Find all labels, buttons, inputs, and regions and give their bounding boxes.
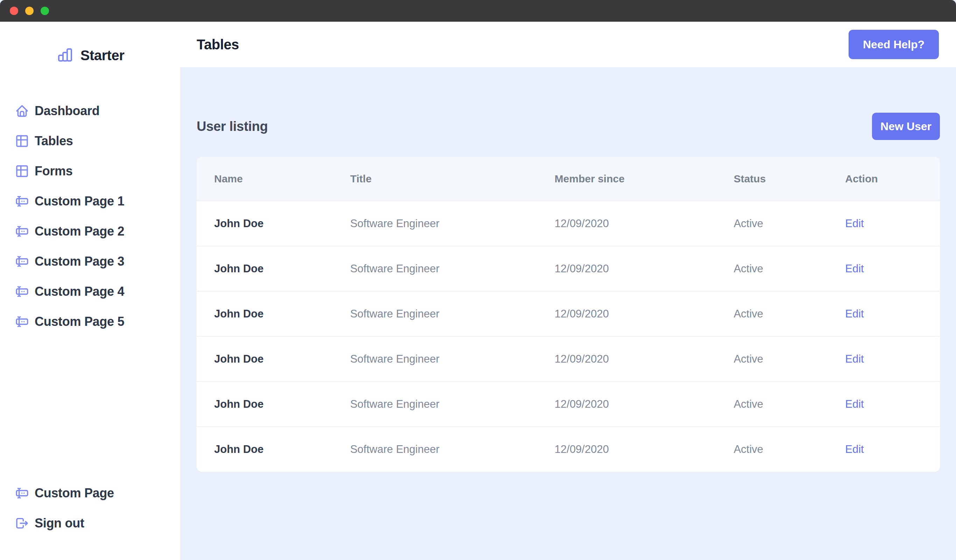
cell-title: Software Engineer <box>333 427 537 472</box>
sidebar-footer-nav: Custom Page Sign out <box>0 478 180 538</box>
column-header-title: Title <box>333 157 537 201</box>
sidebar-item-custom-page-2[interactable]: Custom Page 2 <box>0 216 180 246</box>
textbox-icon <box>15 486 29 500</box>
cell-action: Edit <box>827 201 940 246</box>
edit-link[interactable]: Edit <box>845 217 863 230</box>
cell-status: Active <box>716 246 828 291</box>
home-icon <box>15 104 29 118</box>
sidebar-item-label: Custom Page 5 <box>35 314 124 329</box>
sidebar-item-custom-page-5[interactable]: Custom Page 5 <box>0 307 180 337</box>
window-titlebar <box>0 0 956 22</box>
sidebar-item-label: Custom Page 1 <box>35 194 124 209</box>
sidebar-item-custom-page-1[interactable]: Custom Page 1 <box>0 186 180 216</box>
app-logo: Starter <box>0 47 180 64</box>
sidebar-item-label: Custom Page 3 <box>35 254 124 269</box>
column-header-status: Status <box>716 157 828 201</box>
sidebar-item-custom-page-3[interactable]: Custom Page 3 <box>0 246 180 277</box>
sidebar-item-tables[interactable]: Tables <box>0 126 180 156</box>
table-header-row: NameTitleMember sinceStatusAction <box>197 157 940 201</box>
app-name: Starter <box>80 47 124 63</box>
cell-title: Software Engineer <box>333 246 537 291</box>
cell-title: Software Engineer <box>333 291 537 337</box>
sidebar-item-dashboard[interactable]: Dashboard <box>0 96 180 126</box>
content-area: User listing New User NameTitleMember si… <box>180 67 956 560</box>
section-title: User listing <box>197 119 268 134</box>
top-header: Tables Need Help? <box>180 22 956 67</box>
edit-link[interactable]: Edit <box>845 398 863 410</box>
table-icon <box>15 164 29 178</box>
cell-name: John Doe <box>197 427 333 472</box>
cell-status: Active <box>716 427 828 472</box>
sidebar-item-sign-out[interactable]: Sign out <box>0 508 180 538</box>
edit-link[interactable]: Edit <box>845 443 863 455</box>
minimize-window-button[interactable] <box>25 7 34 15</box>
textbox-icon <box>15 285 29 299</box>
sidebar-item-label: Forms <box>35 164 73 178</box>
cell-member-since: 12/09/2020 <box>537 291 716 337</box>
main-area: Tables Need Help? User listing New User <box>180 22 956 560</box>
sidebar-item-label: Custom Page 4 <box>35 284 124 299</box>
user-table-card: NameTitleMember sinceStatusAction John D… <box>197 157 940 472</box>
cell-action: Edit <box>827 337 940 382</box>
app-shell: Starter Dashboard Tables Forms <box>0 22 956 560</box>
sidebar-item-label: Custom Page 2 <box>35 224 124 239</box>
cell-action: Edit <box>827 427 940 472</box>
edit-link[interactable]: Edit <box>845 308 863 320</box>
table-row: John Doe Software Engineer 12/09/2020 Ac… <box>197 427 940 472</box>
sidebar-item-label: Tables <box>35 134 73 148</box>
table-row: John Doe Software Engineer 12/09/2020 Ac… <box>197 246 940 291</box>
cell-member-since: 12/09/2020 <box>537 337 716 382</box>
cell-member-since: 12/09/2020 <box>537 382 716 427</box>
sidebar-item-label: Custom Page <box>35 486 114 500</box>
column-header-name: Name <box>197 157 333 201</box>
page-title: Tables <box>197 37 239 52</box>
textbox-icon <box>15 255 29 269</box>
textbox-icon <box>15 194 29 208</box>
cell-title: Software Engineer <box>333 201 537 246</box>
bar-chart-icon <box>56 47 74 64</box>
cell-name: John Doe <box>197 337 333 382</box>
sidebar: Starter Dashboard Tables Forms <box>0 22 180 560</box>
edit-link[interactable]: Edit <box>845 353 863 365</box>
sidebar-item-custom-page[interactable]: Custom Page <box>0 478 180 508</box>
textbox-icon <box>15 224 29 238</box>
cell-name: John Doe <box>197 382 333 427</box>
cell-status: Active <box>716 337 828 382</box>
cell-status: Active <box>716 201 828 246</box>
new-user-button[interactable]: New User <box>872 113 940 140</box>
edit-link[interactable]: Edit <box>845 263 863 275</box>
zoom-window-button[interactable] <box>41 7 49 15</box>
table-row: John Doe Software Engineer 12/09/2020 Ac… <box>197 382 940 427</box>
column-header-action: Action <box>827 157 940 201</box>
cell-title: Software Engineer <box>333 382 537 427</box>
cell-member-since: 12/09/2020 <box>537 201 716 246</box>
cell-name: John Doe <box>197 291 333 337</box>
sidebar-nav: Dashboard Tables Forms Custom Page 1 <box>0 96 180 337</box>
textbox-icon <box>15 315 29 329</box>
cell-title: Software Engineer <box>333 337 537 382</box>
sidebar-item-label: Dashboard <box>35 104 99 118</box>
cell-action: Edit <box>827 291 940 337</box>
user-table: NameTitleMember sinceStatusAction John D… <box>197 157 940 472</box>
cell-status: Active <box>716 382 828 427</box>
column-header-member-since: Member since <box>537 157 716 201</box>
sidebar-item-forms[interactable]: Forms <box>0 156 180 186</box>
sidebar-item-label: Sign out <box>35 516 84 531</box>
cell-member-since: 12/09/2020 <box>537 427 716 472</box>
cell-action: Edit <box>827 246 940 291</box>
cell-action: Edit <box>827 382 940 427</box>
need-help-button[interactable]: Need Help? <box>849 30 939 59</box>
table-row: John Doe Software Engineer 12/09/2020 Ac… <box>197 201 940 246</box>
table-row: John Doe Software Engineer 12/09/2020 Ac… <box>197 337 940 382</box>
close-window-button[interactable] <box>10 7 18 15</box>
table-row: John Doe Software Engineer 12/09/2020 Ac… <box>197 291 940 337</box>
cell-member-since: 12/09/2020 <box>537 246 716 291</box>
table-icon <box>15 134 29 148</box>
cell-name: John Doe <box>197 246 333 291</box>
listing-header: User listing New User <box>197 113 940 140</box>
logout-icon <box>15 516 29 530</box>
sidebar-item-custom-page-4[interactable]: Custom Page 4 <box>0 277 180 307</box>
cell-name: John Doe <box>197 201 333 246</box>
app-window: Starter Dashboard Tables Forms <box>0 0 956 560</box>
cell-status: Active <box>716 291 828 337</box>
